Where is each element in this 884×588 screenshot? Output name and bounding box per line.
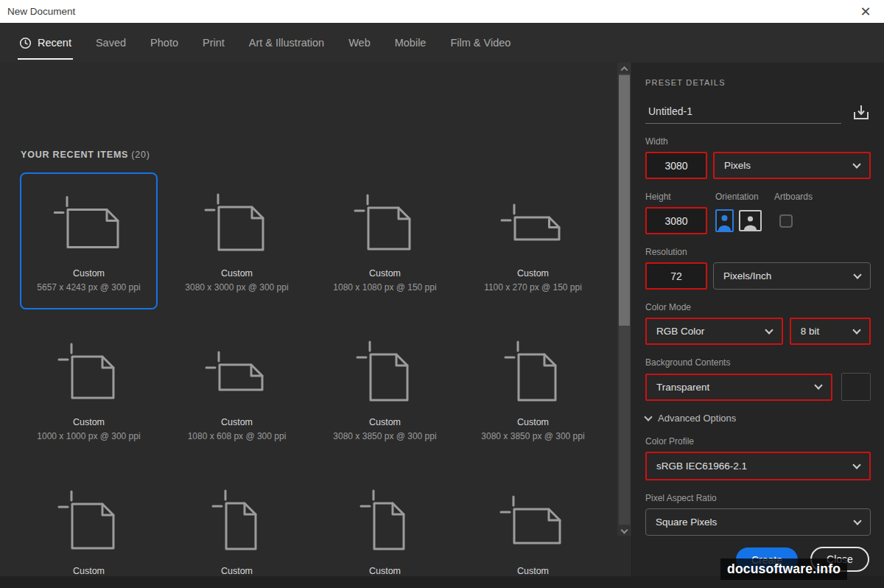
template-card[interactable]: Custom1080 x 608 px @ 300 ppi (168, 321, 306, 458)
tab-film-video[interactable]: Film & Video (450, 23, 511, 63)
tab-label: Art & Illustration (249, 37, 324, 49)
tab-photo[interactable]: Photo (150, 23, 178, 63)
template-card[interactable]: Custom1080 x 1920 px @ 300 ppi (168, 470, 306, 588)
template-name: Custom (517, 268, 549, 279)
scrollbar-track[interactable] (619, 74, 630, 525)
chevron-down-icon (853, 270, 861, 279)
template-dims: 3080 x 3000 px @ 300 ppi (185, 282, 288, 293)
background-contents-label: Background Contents (645, 357, 871, 368)
height-input[interactable] (645, 207, 707, 234)
template-name: Custom (369, 417, 401, 427)
chevron-down-icon (852, 160, 860, 168)
tab-label: Saved (96, 37, 126, 49)
tab-label: Film & Video (450, 37, 511, 49)
orientation-portrait-icon[interactable] (715, 209, 734, 232)
pixel-aspect-ratio-dropdown[interactable]: Square Pixels (645, 508, 871, 536)
template-card[interactable]: Custom3080 x 3850 px @ 300 ppi (316, 321, 454, 458)
template-name: Custom (517, 566, 549, 576)
recent-items-heading: YOUR RECENT ITEMS(20) (21, 150, 150, 160)
color-mode-value: RGB Color (656, 326, 704, 337)
tab-label: Mobile (395, 37, 427, 49)
tab-label: Web (348, 37, 371, 49)
recent-items-count: (20) (131, 150, 150, 160)
template-name: Custom (221, 566, 253, 576)
resolution-units-dropdown[interactable]: Pixels/Inch (713, 262, 871, 290)
document-thumbnail-icon (350, 339, 421, 410)
color-profile-label: Color Profile (645, 436, 871, 447)
color-profile-value: sRGB IEC61966-2.1 (656, 461, 747, 472)
template-card[interactable]: Custom1080 x 1080 px @ 150 ppi (316, 172, 454, 309)
advanced-options-label: Advanced Options (658, 413, 736, 424)
background-color-swatch[interactable] (841, 373, 871, 401)
template-dims: 1000 x 1000 px @ 300 ppi (37, 431, 140, 441)
resolution-input[interactable] (645, 262, 707, 290)
chevron-down-icon (814, 381, 822, 389)
tab-saved[interactable]: Saved (96, 23, 126, 63)
artboards-checkbox[interactable] (779, 214, 793, 228)
template-name: Custom (517, 417, 549, 427)
tab-art-illustration[interactable]: Art & Illustration (249, 23, 324, 63)
template-card[interactable]: Custom5657 x 4243 px @ 300 ppi (20, 172, 158, 309)
document-thumbnail-icon (54, 339, 124, 410)
units-dropdown[interactable]: Pixels (713, 152, 871, 179)
tab-label: Print (203, 37, 225, 49)
template-card[interactable]: Custom1100 x 270 px @ 150 ppi (464, 172, 602, 309)
width-label: Width (645, 136, 871, 147)
resolution-label: Resolution (645, 247, 871, 257)
template-card[interactable]: Custom3800 x 3850 px @ 72 ppi (20, 470, 158, 588)
background-contents-value: Transparent (656, 382, 709, 393)
save-preset-icon[interactable] (852, 103, 871, 122)
tab-web[interactable]: Web (348, 23, 371, 63)
document-thumbnail-icon (202, 339, 273, 410)
template-name: Custom (73, 268, 105, 279)
advanced-options-toggle[interactable]: Advanced Options (645, 413, 871, 424)
artboards-label: Artboards (774, 192, 813, 202)
orientation-landscape-icon[interactable] (739, 210, 762, 231)
template-card[interactable]: Custom1080 x 1920 cm @ 72 ppi (316, 470, 454, 588)
category-tabbar: Recent Saved Photo Print Art & Illustrat… (0, 23, 884, 63)
tab-label: Recent (38, 37, 71, 49)
background-contents-dropdown[interactable]: Transparent (645, 374, 832, 401)
template-dims: 1100 x 270 px @ 150 ppi (484, 282, 582, 293)
template-name: Custom (73, 566, 105, 576)
dialog-titlebar: New Document ✕ (0, 0, 884, 23)
template-name: Custom (221, 417, 253, 427)
preset-details-heading: PRESET DETAILS (645, 78, 871, 87)
tab-print[interactable]: Print (203, 23, 225, 63)
document-name-field[interactable]: Untitled-1 (645, 105, 841, 124)
chevron-down-icon (853, 517, 861, 525)
template-dims: 1080 x 1080 px @ 150 ppi (333, 282, 436, 293)
document-thumbnail-icon (202, 488, 273, 559)
tab-mobile[interactable]: Mobile (395, 23, 427, 63)
template-name: Custom (221, 268, 253, 279)
color-mode-label: Color Mode (645, 302, 871, 312)
units-value: Pixels (724, 160, 751, 171)
pixel-aspect-ratio-label: Pixel Aspect Ratio (645, 493, 871, 503)
preset-details-panel: PRESET DETAILS Untitled-1 Width Pixels H… (631, 63, 884, 588)
scroll-down-icon[interactable] (619, 525, 630, 534)
bit-depth-value: 8 bit (801, 326, 820, 337)
color-mode-dropdown[interactable]: RGB Color (645, 318, 783, 345)
template-dims: 1080 x 608 px @ 300 ppi (188, 431, 287, 441)
chevron-down-icon (852, 461, 860, 469)
template-card[interactable]: Custom3080 x 3000 px @ 300 ppi (168, 172, 306, 309)
scroll-up-icon[interactable] (619, 64, 630, 73)
template-name: Custom (73, 417, 105, 427)
tab-label: Photo (150, 37, 178, 49)
watermark: docusoftware.info (720, 559, 847, 580)
tab-recent[interactable]: Recent (19, 23, 71, 63)
template-card[interactable]: Custom80 x 60 cm @ 300 ppi (464, 470, 602, 588)
dialog-title: New Document (7, 6, 75, 17)
close-icon[interactable]: ✕ (857, 4, 874, 20)
document-thumbnail-icon (202, 190, 273, 261)
document-thumbnail-icon (54, 488, 124, 559)
document-thumbnail-icon (498, 190, 569, 261)
vertical-scrollbar[interactable] (617, 63, 631, 536)
width-input[interactable] (645, 152, 707, 179)
template-card[interactable]: Custom1000 x 1000 px @ 300 ppi (20, 321, 158, 458)
bit-depth-dropdown[interactable]: 8 bit (790, 318, 871, 345)
scrollbar-thumb[interactable] (619, 75, 630, 326)
template-card[interactable]: Custom3080 x 3850 px @ 300 ppi (464, 321, 602, 458)
recent-items-heading-text: YOUR RECENT ITEMS (21, 150, 128, 160)
color-profile-dropdown[interactable]: sRGB IEC61966-2.1 (645, 452, 871, 480)
